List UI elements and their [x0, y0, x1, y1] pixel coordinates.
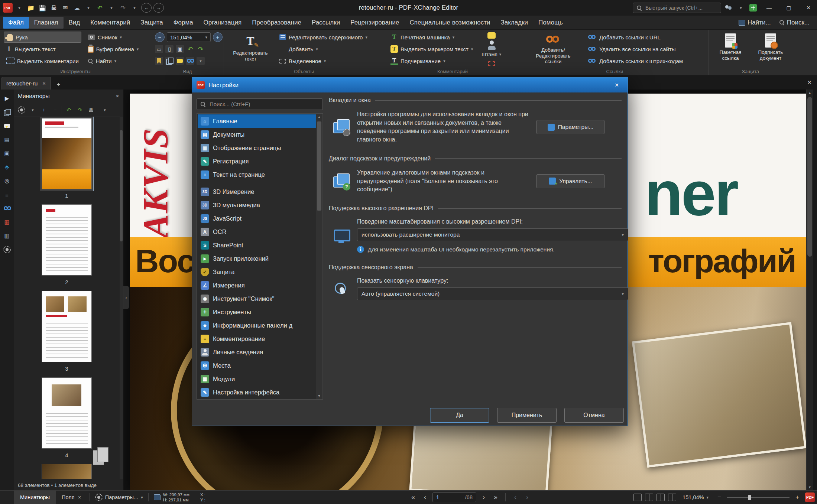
page-width-icon[interactable]: ▯: [165, 45, 174, 53]
app-menu-caret[interactable]: [14, 2, 24, 13]
hand-tool-button[interactable]: Рука: [4, 32, 81, 43]
minimize-button[interactable]: [761, 0, 778, 16]
last-page-button[interactable]: [491, 493, 500, 502]
mail-icon[interactable]: ✉: [61, 2, 70, 13]
undo-icon[interactable]: [95, 2, 105, 13]
category-ui-customization[interactable]: Настройка интерфейса: [198, 386, 316, 399]
apply-button[interactable]: Применить: [497, 408, 557, 423]
menu-accessibility[interactable]: Специальные возможности: [404, 17, 495, 29]
menu-form[interactable]: Форма: [168, 17, 198, 29]
statusbar-tab-fields[interactable]: Поля: [56, 491, 87, 504]
page-4-preview[interactable]: [42, 378, 91, 448]
view-history-forward-button[interactable]: [523, 493, 532, 502]
category-3d-measure[interactable]: 3D Измерение: [198, 185, 316, 198]
menu-mailings[interactable]: Рассылки: [307, 17, 345, 29]
zoom-in-button[interactable]: [213, 32, 223, 42]
cancel-button[interactable]: Отмена: [564, 408, 624, 423]
zoom-slider-thumb[interactable]: [748, 495, 751, 500]
menu-organize[interactable]: Организация: [198, 17, 247, 29]
thumb-zoom-in-icon[interactable]: [39, 105, 48, 114]
close-document-button[interactable]: [807, 79, 812, 86]
category-measurements[interactable]: Измерения: [198, 279, 316, 292]
category-places[interactable]: Места: [198, 359, 316, 372]
thumbnail-page-1[interactable]: 1: [40, 117, 93, 199]
cloud-caret[interactable]: [84, 2, 93, 13]
edit-text-button[interactable]: Редактировать текст: [228, 32, 273, 68]
rotate-pages-cw-icon[interactable]: ↷: [75, 105, 84, 114]
menu-file[interactable]: Файл: [3, 17, 29, 29]
add-object-button[interactable]: Добавить: [277, 43, 370, 55]
comment-bubble-icon[interactable]: [3, 122, 11, 130]
menu-bookmarks[interactable]: Закладки: [496, 17, 534, 29]
continuous-layout-icon[interactable]: [645, 494, 653, 501]
menu-help[interactable]: Помощь: [533, 17, 568, 29]
touch-keyboard-dropdown[interactable]: Авто (управляется системой): [357, 287, 628, 300]
page-fit-icon[interactable]: ▭: [155, 45, 163, 53]
page-5-preview[interactable]: [42, 464, 91, 479]
zoom-out-button[interactable]: [155, 32, 165, 42]
ok-button[interactable]: Да: [430, 408, 489, 423]
doc-settings-icon[interactable]: [3, 246, 11, 253]
find-button[interactable]: Найти: [85, 55, 141, 66]
two-page-continuous-icon[interactable]: [668, 494, 676, 501]
zoom-level-box[interactable]: 151,04%: [167, 32, 211, 42]
new-tab-button[interactable]: [53, 80, 64, 90]
page-2-preview[interactable]: [42, 205, 91, 275]
clipboard-button[interactable]: Буфер обмена: [85, 43, 141, 55]
category-identity[interactable]: Личные сведения: [198, 345, 316, 359]
zoom-in-status-button[interactable]: [793, 493, 802, 502]
rotate-left-icon[interactable]: [186, 45, 194, 53]
destinations-icon[interactable]: ◎: [3, 177, 11, 185]
bookmark-icon[interactable]: [157, 58, 161, 64]
image-doc-icon[interactable]: ▣: [3, 150, 11, 157]
layers-icon[interactable]: ⬘: [3, 163, 11, 171]
statusbar-tab-thumbnails[interactable]: Миниатюры: [14, 491, 56, 504]
redo-icon[interactable]: [118, 2, 128, 13]
cloud-icon[interactable]: ☁: [72, 2, 82, 13]
menu-convert[interactable]: Преобразование: [247, 17, 307, 29]
app-logo-icon[interactable]: PDF: [3, 3, 13, 13]
remove-links-button[interactable]: Удалить все ссылки на сайты: [585, 43, 685, 55]
close-window-button[interactable]: [800, 0, 817, 16]
print-icon[interactable]: 🖶: [49, 2, 59, 13]
rotate-pages-icon[interactable]: ↶: [64, 105, 73, 114]
menu-comment[interactable]: Комментарий: [85, 17, 135, 29]
category-javascript[interactable]: JavaScript: [198, 212, 316, 225]
thumbnail-page-3[interactable]: 3: [40, 289, 94, 372]
view-more-caret[interactable]: [197, 57, 205, 65]
first-page-button[interactable]: [409, 493, 418, 502]
add-links-barcodes-button[interactable]: Добавить ссылки к штрих-кодам: [585, 55, 685, 66]
undo-caret[interactable]: [107, 2, 116, 13]
category-app-launch[interactable]: Запуск приложений: [198, 252, 316, 265]
edit-content-button[interactable]: Редактировать содержимого: [277, 32, 370, 43]
batch-link-button[interactable]: Пакетная ссылка: [712, 32, 749, 68]
dpi-scaling-dropdown[interactable]: использовать расширение монитора: [357, 228, 628, 241]
quick-launch-search[interactable]: [633, 3, 721, 13]
category-sharepoint[interactable]: SharePoint: [198, 238, 316, 252]
comments-pane-icon[interactable]: [177, 59, 183, 63]
page-number-box[interactable]: 1 /68: [432, 492, 476, 502]
modules-rail-icon[interactable]: ▦: [3, 218, 11, 226]
accounts-caret[interactable]: [736, 2, 746, 13]
tabs-options-button[interactable]: Параметры...: [536, 120, 604, 134]
sign-document-button[interactable]: Подписать документ: [752, 32, 789, 68]
copy-pages-icon[interactable]: [3, 108, 11, 116]
dialog-title-bar[interactable]: PDF Настройки: [192, 78, 628, 92]
snapshot-button[interactable]: Снимок: [85, 32, 141, 43]
dialog-close-button[interactable]: [610, 80, 623, 90]
add-links-url-button[interactable]: Добавить ссылки к URL: [585, 32, 685, 43]
ruler-list-icon[interactable]: ≡: [3, 191, 11, 198]
links-pane-icon[interactable]: [187, 58, 194, 64]
category-main[interactable]: Главные: [198, 114, 316, 128]
sticky-note-icon[interactable]: [487, 32, 496, 39]
scroll-up-icon[interactable]: [807, 90, 813, 96]
close-tab-icon[interactable]: [42, 81, 46, 86]
category-info-panels[interactable]: Информационные панели д: [198, 319, 316, 332]
thumbnails-scrollbar[interactable]: [120, 117, 123, 479]
maximize-button[interactable]: [780, 0, 797, 16]
document-tab[interactable]: retoucher-ru: [1, 77, 51, 90]
menu-find[interactable]: Найти...: [736, 17, 774, 28]
thumbnail-page-5[interactable]: [40, 462, 94, 479]
category-scrollbar[interactable]: [316, 114, 322, 399]
category-tools[interactable]: Инструменты: [198, 305, 316, 319]
